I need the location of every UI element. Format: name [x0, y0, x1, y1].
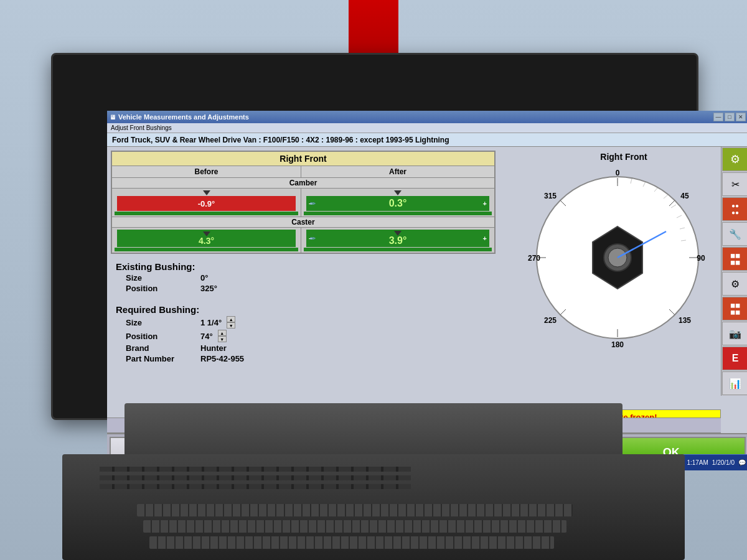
- svg-text:315: 315: [544, 192, 557, 200]
- table-header: Right Front: [111, 151, 495, 166]
- keyboard-row-2: [143, 520, 566, 533]
- required-position-value: 74°: [200, 332, 213, 341]
- vehicle-info: Ford Truck, SUV & Rear Wheel Drive Van :…: [112, 136, 449, 144]
- svg-text:90: 90: [697, 254, 705, 263]
- title-bar: 🖥 Vehicle Measurements and Adjustments —…: [107, 111, 747, 123]
- sidebar-icon-5[interactable]: ◼◼◼◼: [722, 247, 747, 271]
- position-up-button[interactable]: ▲: [218, 330, 227, 336]
- main-content: Right Front Before After Camber: [107, 147, 747, 433]
- sidebar-icon-10[interactable]: 📊: [722, 371, 747, 395]
- svg-text:0: 0: [616, 169, 620, 177]
- sidebar-icon-1[interactable]: ⚙: [722, 147, 747, 171]
- caster-after-arrow: [394, 231, 402, 236]
- dial-container: 0 45 90 135 180 225 270 315: [524, 164, 723, 363]
- existing-size-label: Size: [126, 273, 200, 282]
- right-panel: Right Front: [499, 147, 747, 433]
- required-part-row: Part Number RP5-42-955: [116, 354, 491, 363]
- camber-before-arrow: [203, 190, 210, 195]
- sidebar-icon-2[interactable]: ✂: [722, 172, 747, 196]
- vent-pattern-3: [100, 484, 411, 489]
- col-before: Before: [111, 166, 301, 178]
- required-position-row: Position 74° ▲ ▼: [116, 330, 491, 342]
- caster-before-cell: 4.3°: [111, 228, 301, 254]
- caster-after-bar: – 3.9° + ✏: [306, 230, 489, 247]
- required-bushing-section: Required Bushing: Size 1 1/4° ▲ ▼ Positi…: [111, 299, 496, 367]
- svg-text:225: 225: [544, 316, 557, 325]
- col-after: After: [301, 166, 495, 178]
- window-title: Vehicle Measurements and Adjustments: [118, 113, 249, 121]
- camber-pencil-icon[interactable]: ✏: [310, 200, 316, 208]
- minimize-button[interactable]: —: [713, 113, 723, 121]
- camber-before-cell: -0.9°: [111, 189, 301, 217]
- size-down-button[interactable]: ▼: [227, 322, 235, 329]
- caster-label: Caster: [111, 217, 495, 228]
- position-spinner: ▲ ▼: [218, 330, 227, 342]
- camber-after-bar: – 0.3° + ✏: [306, 196, 489, 211]
- camber-after-arrow: [394, 190, 402, 195]
- caster-after-plus: +: [483, 235, 487, 242]
- required-size-row: Size 1 1/4° ▲ ▼: [116, 316, 491, 329]
- measurement-table: Right Front Before After Camber: [111, 151, 496, 254]
- required-brand-row: Brand Hunter: [116, 343, 491, 353]
- taskbar-date: 1/20/1/0: [712, 459, 735, 466]
- vehicle-info-bar: Ford Truck, SUV & Rear Wheel Drive Van :…: [107, 133, 747, 147]
- camber-after-cell: – 0.3° + ✏: [301, 189, 495, 217]
- sidebar-icon-8[interactable]: 📷: [722, 322, 747, 345]
- caster-before-value: 4.3°: [199, 236, 214, 246]
- caster-before-bottom: [115, 248, 298, 251]
- svg-text:180: 180: [611, 340, 624, 349]
- camber-after-value: 0.3°: [389, 198, 407, 209]
- camber-label: Camber: [111, 178, 495, 189]
- subtitle-bar: Adjust Front Bushings: [107, 123, 747, 133]
- taskbar-notification: 💬: [738, 459, 746, 466]
- existing-title: Existing Bushing:: [116, 261, 491, 272]
- existing-size-value: 0°: [200, 273, 208, 282]
- keyboard-base: [62, 454, 685, 560]
- svg-text:270: 270: [528, 254, 540, 263]
- required-size-value: 1 1/4°: [200, 318, 222, 327]
- camber-after-plus: +: [483, 200, 487, 207]
- required-brand-value: Hunter: [200, 343, 227, 353]
- existing-position-row: Position 325°: [116, 284, 491, 293]
- keyboard-row-1: [137, 504, 573, 516]
- required-position-label: Position: [126, 332, 200, 341]
- required-size-label: Size: [126, 318, 200, 327]
- monitor-bezel: 🖥 Vehicle Measurements and Adjustments —…: [51, 53, 698, 420]
- close-button[interactable]: ✕: [736, 113, 746, 121]
- vent-pattern: [100, 467, 411, 472]
- camber-before-value: -0.9°: [117, 196, 296, 211]
- caster-before-arrow: [203, 231, 210, 236]
- left-panel: Right Front Before After Camber: [107, 147, 499, 433]
- sidebar-icon-3[interactable]: ●●●●: [722, 197, 747, 221]
- caster-after-value: 3.9°: [389, 235, 407, 246]
- window-title-area: 🖥 Vehicle Measurements and Adjustments: [110, 113, 249, 121]
- subtitle-text: Adjust Front Bushings: [111, 124, 172, 131]
- dial-title: Right Front: [600, 152, 647, 162]
- position-down-button[interactable]: ▼: [218, 336, 227, 342]
- required-part-value: RP5-42-955: [200, 354, 244, 363]
- maximize-button[interactable]: □: [725, 113, 735, 121]
- existing-position-value: 325°: [200, 284, 217, 293]
- sidebar-icon-4[interactable]: 🔧: [722, 222, 747, 246]
- existing-size-row: Size 0°: [116, 273, 491, 282]
- title-bar-controls: — □ ✕: [713, 113, 746, 121]
- required-part-label: Part Number: [126, 354, 200, 363]
- vent-pattern-2: [100, 475, 411, 480]
- size-up-button[interactable]: ▲: [227, 316, 235, 322]
- svg-text:45: 45: [680, 192, 689, 200]
- required-brand-label: Brand: [126, 343, 200, 353]
- existing-position-label: Position: [126, 284, 200, 293]
- svg-text:135: 135: [679, 316, 691, 325]
- caster-after-cell: – 3.9° + ✏: [301, 228, 495, 254]
- required-title: Required Bushing:: [116, 304, 491, 315]
- right-sidebar: ⚙ ✂ ●●●● 🔧 ◼◼◼◼ ⚙ ◼◼◼◼ 📷 E 📊: [721, 147, 747, 396]
- caster-pencil-icon[interactable]: ✏: [310, 235, 316, 243]
- existing-bushing-section: Existing Bushing: Size 0° Position 325°: [111, 256, 496, 297]
- keyboard-row-3: [149, 536, 554, 549]
- camber-before-bar: [115, 212, 298, 215]
- sidebar-icon-6[interactable]: ⚙: [722, 272, 747, 296]
- sidebar-icon-7[interactable]: ◼◼◼◼: [722, 297, 747, 320]
- taskbar-time: 1:17AM: [687, 459, 708, 466]
- sidebar-icon-9[interactable]: E: [722, 347, 747, 370]
- dial-svg: 0 45 90 135 180 225 270 315: [524, 164, 711, 351]
